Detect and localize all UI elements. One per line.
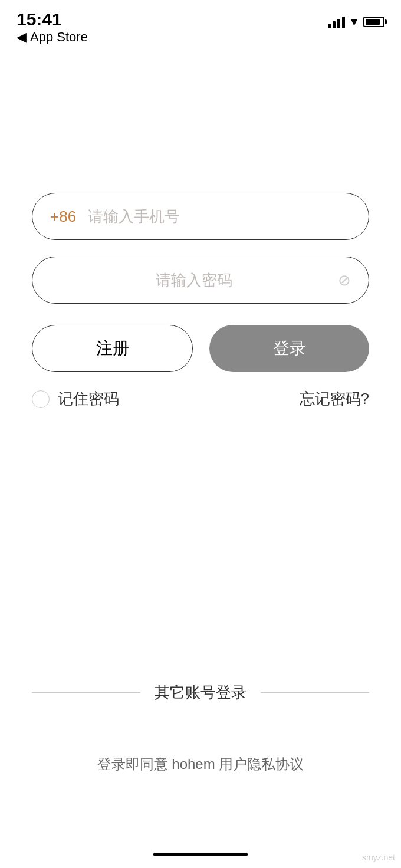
buttons-row: 注册 登录 <box>32 325 369 372</box>
battery-fill <box>366 19 380 25</box>
signal-bar-2 <box>333 21 336 28</box>
divider-section: 其它账号登录 <box>32 682 369 703</box>
remember-password-row[interactable]: 记住密码 <box>32 389 119 409</box>
phone-input-field[interactable]: +86 请输入手机号 <box>32 193 369 240</box>
divider-line-right <box>261 692 369 693</box>
back-label: App Store <box>30 29 88 45</box>
chevron-left-icon: ◀ <box>17 29 27 45</box>
status-time: 15:41 <box>17 11 88 28</box>
status-right: ▾ <box>328 11 384 29</box>
divider-line-left <box>32 692 140 693</box>
login-button[interactable]: 登录 <box>209 325 369 372</box>
password-placeholder: 请输入密码 <box>50 270 338 291</box>
signal-icon <box>328 15 345 28</box>
register-button[interactable]: 注册 <box>32 325 193 372</box>
country-code: +86 <box>50 208 76 226</box>
privacy-text[interactable]: 登录即同意 hohem 用户隐私协议 <box>0 755 401 774</box>
eye-slash-icon[interactable]: ⊘ <box>338 271 351 290</box>
main-content: +86 请输入手机号 请输入密码 ⊘ 注册 登录 记住密码 忘记密码? <box>0 57 401 868</box>
signal-bar-3 <box>337 19 340 28</box>
phone-placeholder: 请输入手机号 <box>88 206 351 227</box>
wifi-icon: ▾ <box>351 14 357 29</box>
back-button[interactable]: ◀ App Store <box>17 29 88 45</box>
battery-icon <box>363 17 384 27</box>
register-button-label: 注册 <box>96 337 129 360</box>
signal-bar-1 <box>328 24 331 28</box>
password-input-field[interactable]: 请输入密码 ⊘ <box>32 257 369 304</box>
remember-checkbox[interactable] <box>32 390 50 408</box>
signal-bar-4 <box>342 17 345 28</box>
watermark: smyz.net <box>362 853 395 862</box>
home-indicator <box>153 853 248 856</box>
status-bar: 15:41 ◀ App Store ▾ <box>0 0 401 57</box>
options-row: 记住密码 忘记密码? <box>32 389 369 409</box>
form-section: +86 请输入手机号 请输入密码 ⊘ 注册 登录 记住密码 忘记密码? <box>32 193 369 409</box>
forgot-password-link[interactable]: 忘记密码? <box>300 389 369 409</box>
login-button-label: 登录 <box>273 337 306 360</box>
status-left: 15:41 ◀ App Store <box>17 11 88 45</box>
remember-label: 记住密码 <box>58 389 119 409</box>
divider-text: 其它账号登录 <box>155 682 246 703</box>
